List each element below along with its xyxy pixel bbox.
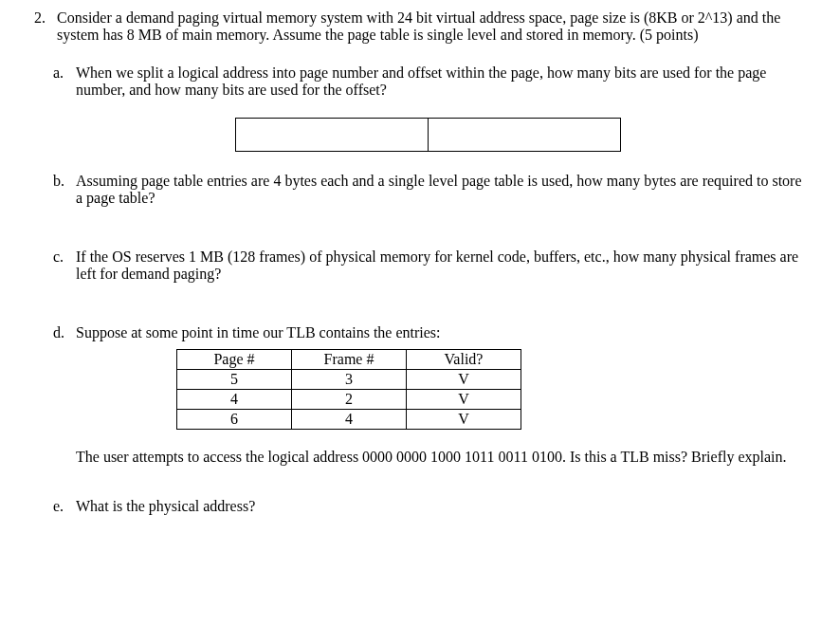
cell-page: 5 <box>177 370 292 390</box>
subpart-b: b. Assuming page table entries are 4 byt… <box>53 173 803 207</box>
col-header-frame: Frame # <box>292 350 407 370</box>
table-row: 5 3 V <box>177 370 521 390</box>
subpart-text: When we split a logical address into pag… <box>76 64 803 99</box>
answer-cell <box>236 119 429 152</box>
tlb-table: Page # Frame # Valid? 5 3 V 4 2 V 6 4 V <box>176 349 521 430</box>
table-row <box>236 119 621 152</box>
cell-frame: 2 <box>292 390 407 410</box>
subparts-list: a. When we split a logical address into … <box>53 64 803 515</box>
cell-valid: V <box>407 410 521 430</box>
cell-valid: V <box>407 390 521 410</box>
subpart-letter: b. <box>53 173 76 207</box>
question-text: Consider a demand paging virtual memory … <box>57 9 803 44</box>
cell-page: 4 <box>177 390 292 410</box>
subpart-letter: a. <box>53 64 76 99</box>
question-2: 2. Consider a demand paging virtual memo… <box>19 9 803 44</box>
col-header-valid: Valid? <box>407 350 521 370</box>
subpart-letter: d. <box>53 324 76 341</box>
cell-valid: V <box>407 370 521 390</box>
answer-cell <box>429 119 621 152</box>
table-row: 6 4 V <box>177 410 521 430</box>
answer-table-a <box>235 118 621 152</box>
table-header-row: Page # Frame # Valid? <box>177 350 521 370</box>
subpart-letter: e. <box>53 498 76 515</box>
cell-frame: 4 <box>292 410 407 430</box>
cell-page: 6 <box>177 410 292 430</box>
col-header-page: Page # <box>177 350 292 370</box>
subpart-text: What is the physical address? <box>76 498 803 515</box>
subpart-d-followup: The user attempts to access the logical … <box>76 449 803 466</box>
question-number: 2. <box>19 9 57 44</box>
table-row: 4 2 V <box>177 390 521 410</box>
subpart-letter: c. <box>53 248 76 283</box>
subpart-text: Assuming page table entries are 4 bytes … <box>76 173 803 207</box>
subpart-text: If the OS reserves 1 MB (128 frames) of … <box>76 248 803 283</box>
subpart-c: c. If the OS reserves 1 MB (128 frames) … <box>53 248 803 283</box>
cell-frame: 3 <box>292 370 407 390</box>
subpart-d: d. Suppose at some point in time our TLB… <box>53 324 803 341</box>
subpart-a: a. When we split a logical address into … <box>53 64 803 99</box>
subpart-e: e. What is the physical address? <box>53 498 803 515</box>
subpart-text: Suppose at some point in time our TLB co… <box>76 324 803 341</box>
